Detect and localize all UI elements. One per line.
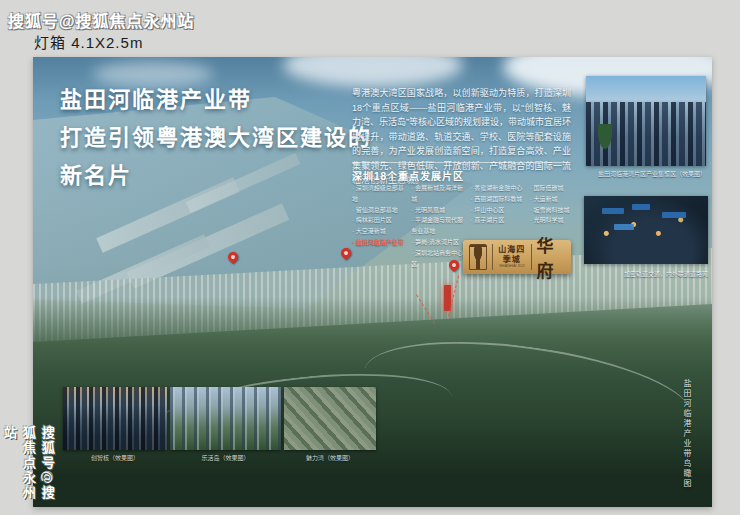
district-item: 平湖金融与现代服务业基地 [411, 215, 465, 237]
lightbox-size-label: 灯箱 4.1X2.5m [34, 31, 143, 52]
inset-caption-1: 创智核（效果图） [63, 453, 167, 462]
sohu-watermark-vertical: 搜狐号@搜狐焦点永州站 [0, 426, 57, 515]
district-item: 坪山中心区 [471, 205, 525, 216]
palm-tree [592, 124, 618, 164]
transit-map-image [584, 196, 708, 264]
district-item: 盐田河临港产业带 [352, 237, 406, 248]
district-item: 深圳湾超级总部基地 [352, 183, 406, 205]
headline-line-2: 打造引领粤港澳大湾区建设的 [60, 119, 372, 157]
vertical-photo-caption: 盐田河临港产业带鸟瞰图 [681, 379, 692, 489]
district-item: 光明凤凰城 [411, 205, 465, 216]
district-item: 笋岗-清水河片区 [411, 237, 465, 248]
brand-name-sub: SHANHAI SIJI [495, 264, 529, 269]
brand-suffix: 华府 [537, 232, 565, 282]
headline-line-3: 新名片 [60, 157, 372, 195]
districts-header: 深圳18个重点发展片区 [352, 168, 464, 183]
district-item: 留仙洞总部基地 [352, 205, 406, 216]
district-item: 西丽湖国际科教城 [471, 194, 525, 205]
brand-name: 山海四季城 SHANHAI SIJI [492, 244, 532, 270]
brand-emblem-icon [469, 244, 487, 270]
district-column-2: 会展新城及海洋新城光明凤凰城平湖金融与现代服务业基地笋岗-清水河片区深圳北站商务… [411, 183, 465, 269]
map-label-chip [614, 224, 634, 230]
inset-render-2 [170, 387, 281, 450]
district-item: 坂雪岗科技城 [530, 205, 584, 216]
map-label-chip [662, 212, 686, 218]
render-towers-image [586, 76, 706, 166]
brand-plaque: 山海四季城 SHANHAI SIJI 华府 [463, 240, 571, 274]
district-item: 燕子湖片区 [471, 215, 525, 226]
district-item: 香蜜湖新金融中心 [471, 183, 525, 194]
district-item: 光明科学城 [530, 215, 584, 226]
inset-render-1 [63, 387, 167, 450]
district-item: 国际低碳城 [530, 183, 584, 194]
district-item: 大运新城 [530, 194, 584, 205]
brand-name-text: 山海四季城 [498, 245, 525, 264]
divider-line [352, 162, 568, 163]
render-towers-caption: 盐田河临港湾片区产业集聚区（效果图） [586, 169, 706, 178]
sohu-watermark: 搜狐号@搜狐焦点永州站 [8, 8, 195, 32]
inset-render-3 [284, 387, 376, 450]
map-label-chip [632, 204, 650, 210]
transit-map-caption: 加密轨道交通，内外联通道路网 [584, 269, 708, 278]
district-item: 会展新城及海洋新城 [411, 183, 465, 205]
district-item: 大空港新城 [352, 226, 406, 237]
billboard-headline: 盐田河临港产业带 打造引领粤港澳大湾区建设的 新名片 [60, 81, 372, 195]
inset-caption-3: 魅力湾（效果图） [284, 453, 376, 462]
billboard-photo: 盐田河临港产业带 打造引领粤港澳大湾区建设的 新名片 粤港澳大湾区国家战略，以创… [33, 57, 712, 507]
screenshot-root: 搜狐号@搜狐焦点永州站 灯箱 4.1X2.5m 盐田河临港产业带 打造引领粤港澳… [0, 0, 740, 515]
map-label-chip [602, 208, 624, 214]
inset-caption-2: 乐活岛（效果图） [170, 453, 281, 462]
headline-line-1: 盐田河临港产业带 [60, 81, 372, 119]
district-column-1: 深圳湾超级总部基地留仙洞总部基地梅林彩田片区大空港新城盐田河临港产业带 [352, 183, 406, 269]
district-item: 梅林彩田片区 [352, 215, 406, 226]
